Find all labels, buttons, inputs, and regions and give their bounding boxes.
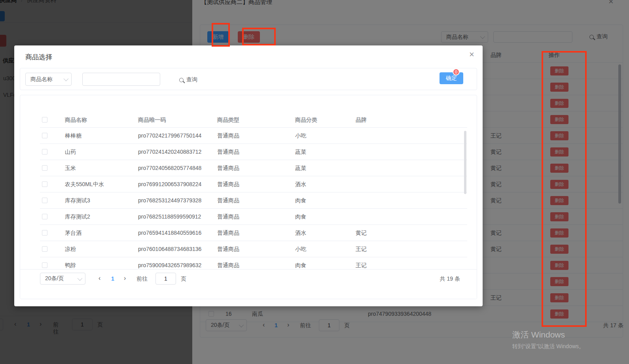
category-cell: 肉食 — [295, 213, 306, 221]
category-cell: 蔬菜 — [295, 149, 306, 156]
code-cell: pro769912006537908224 — [138, 181, 201, 187]
code-cell: pro759009432657989632 — [138, 262, 201, 268]
chevron-down-icon — [78, 275, 83, 281]
row-checkbox[interactable] — [42, 149, 47, 155]
table-row[interactable]: 库存测试3 pro768253124497379328 普通商品 肉食 — [20, 192, 477, 209]
brand-cell: 王记 — [356, 262, 367, 269]
name-cell: 茅台酒 — [65, 230, 81, 237]
filter-input[interactable] — [82, 73, 160, 86]
page-size-value: 20条/页 — [45, 275, 64, 282]
type-cell: 普通商品 — [217, 132, 239, 140]
page-unit-label: 页 — [181, 275, 186, 283]
category-cell: 肉食 — [295, 197, 306, 204]
chevron-down-icon — [64, 76, 69, 81]
category-cell: 酒水 — [295, 230, 306, 237]
column-header: 商品名称 — [65, 117, 87, 124]
category-cell: 酒水 — [295, 181, 306, 188]
page-number[interactable]: 1 — [111, 275, 114, 282]
code-cell: pro768251188599590912 — [138, 213, 201, 220]
table-row[interactable]: 山药 pro770241420240883712 普通商品 蔬菜 — [20, 144, 477, 160]
column-header: 商品分类 — [295, 117, 317, 124]
brand-cell: 黄记 — [356, 230, 367, 237]
name-cell: 库存测试2 — [65, 213, 90, 221]
row-checkbox[interactable] — [42, 214, 47, 219]
code-cell: pro770241420240883712 — [138, 149, 201, 155]
name-cell: 鸭脖 — [65, 262, 76, 269]
table-row[interactable]: 玉米 pro770240568205774848 普通商品 蔬菜 — [20, 160, 477, 176]
row-checkbox[interactable] — [42, 133, 47, 138]
code-cell: pro770242179967750144 — [138, 132, 201, 139]
category-cell: 肉食 — [295, 262, 306, 269]
type-cell: 普通商品 — [217, 213, 239, 221]
column-header: 品牌 — [356, 117, 367, 124]
next-page-button[interactable]: › — [124, 275, 126, 282]
category-cell: 蔬菜 — [295, 165, 306, 172]
name-cell: 玉米 — [65, 165, 76, 172]
close-icon[interactable]: × — [469, 50, 474, 59]
row-checkbox[interactable] — [42, 165, 47, 171]
filter-field-select[interactable]: 商品名称 — [25, 73, 72, 86]
table-header-row: 商品名称 商品唯一码 商品类型 商品分类 品牌 — [20, 112, 477, 128]
code-cell: pro765941418840559616 — [138, 230, 201, 236]
filter-field-value: 商品名称 — [30, 76, 53, 83]
table-panel: 商品名称 商品唯一码 商品类型 商品分类 品牌 棒棒糖 pro770242179… — [20, 95, 477, 299]
type-cell: 普通商品 — [217, 165, 239, 172]
code-cell: pro768253124497379328 — [138, 197, 201, 204]
name-cell: 棒棒糖 — [65, 132, 81, 140]
name-cell: 凉粉 — [65, 246, 76, 253]
category-cell: 小吃 — [295, 246, 306, 253]
selected-count-badge: 0 — [453, 68, 460, 75]
screen: 供应商 / 供应商资料 删除 供应商名称 u3000 VLFo ‹ 1 › 前往… — [0, 0, 629, 364]
row-checkbox[interactable] — [42, 181, 47, 187]
type-cell: 普通商品 — [217, 230, 239, 237]
name-cell: 农夫550ML中水 — [65, 181, 104, 188]
category-cell: 小吃 — [295, 132, 306, 140]
table-row[interactable]: 库存测试2 pro768251188599590912 普通商品 肉食 — [20, 209, 477, 225]
table-row[interactable]: 农夫550ML中水 pro769912006537908224 普通商品 酒水 — [20, 176, 477, 192]
search-label: 查询 — [186, 76, 197, 83]
type-cell: 普通商品 — [217, 181, 239, 188]
modal-pagination: 20条/页 ‹ 1 › 前往 1 页 共 19 条 — [20, 269, 477, 299]
select-all-checkbox[interactable] — [42, 117, 47, 123]
search-button[interactable]: 查询 — [179, 76, 197, 83]
column-header: 商品唯一码 — [138, 117, 166, 124]
table-row[interactable]: 凉粉 pro760106488734683136 普通商品 小吃 王记 — [20, 241, 477, 257]
prev-page-button[interactable]: ‹ — [99, 275, 100, 282]
type-cell: 普通商品 — [217, 262, 239, 269]
type-cell: 普通商品 — [217, 149, 239, 156]
row-checkbox[interactable] — [42, 230, 47, 236]
column-header: 商品类型 — [217, 117, 239, 124]
goto-label: 前往 — [136, 275, 148, 283]
total-count: 共 19 条 — [440, 275, 460, 283]
brand-cell: 王记 — [356, 246, 367, 253]
name-cell: 山药 — [65, 149, 76, 156]
table-row[interactable]: 棒棒糖 pro770242179967750144 普通商品 小吃 — [20, 128, 477, 144]
confirm-button[interactable]: 确定 — [440, 72, 463, 84]
code-cell: pro770240568205774848 — [138, 165, 201, 171]
type-cell: 普通商品 — [217, 197, 239, 204]
dialog-title: 商品选择 — [25, 53, 52, 62]
row-checkbox[interactable] — [42, 262, 47, 268]
code-cell: pro760106488734683136 — [138, 246, 201, 252]
page-size-select[interactable]: 20条/页 — [40, 273, 85, 285]
table-row[interactable]: 茅台酒 pro765941418840559616 普通商品 酒水 黄记 — [20, 225, 477, 241]
row-checkbox[interactable] — [42, 198, 47, 203]
scrollbar-thumb[interactable] — [464, 131, 466, 194]
filter-bar: 商品名称 查询 — [20, 68, 477, 90]
product-select-dialog: 商品选择 × 商品名称 查询 确定 0 商品名称 商品唯一码 商品类型 — [14, 45, 483, 306]
name-cell: 库存测试3 — [65, 197, 90, 204]
goto-page-input[interactable]: 1 — [155, 273, 176, 285]
type-cell: 普通商品 — [217, 246, 239, 253]
row-checkbox[interactable] — [42, 246, 47, 252]
search-icon — [179, 78, 184, 82]
